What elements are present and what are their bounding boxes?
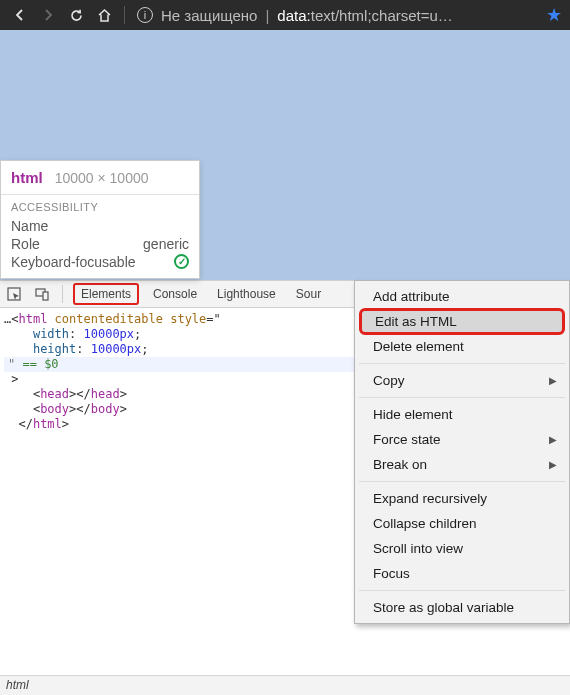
menu-store-global[interactable]: Store as global variable (357, 595, 567, 620)
address-bar[interactable]: i Не защищено | data:text/html;charset=u… (131, 7, 546, 24)
context-menu: Add attribute Edit as HTML Delete elemen… (354, 280, 570, 624)
menu-force-state[interactable]: Force state▶ (357, 427, 567, 452)
tooltip-role-label: Role (11, 236, 40, 252)
menu-hide-element[interactable]: Hide element (357, 402, 567, 427)
chevron-right-icon: ▶ (549, 459, 557, 470)
toolbar-separator (124, 6, 125, 24)
menu-edit-as-html[interactable]: Edit as HTML (359, 308, 565, 335)
reload-button[interactable] (62, 1, 90, 29)
tooltip-name-label: Name (11, 218, 48, 234)
chevron-right-icon: ▶ (549, 434, 557, 445)
menu-separator (359, 481, 565, 482)
bookmark-star-icon[interactable]: ★ (546, 4, 562, 26)
tab-console[interactable]: Console (143, 281, 207, 307)
tooltip-tagname: html (11, 169, 43, 186)
url-text: data:text/html;charset=u… (277, 7, 453, 24)
menu-separator (359, 363, 565, 364)
menu-copy[interactable]: Copy▶ (357, 368, 567, 393)
home-button[interactable] (90, 1, 118, 29)
check-icon: ✓ (174, 254, 189, 269)
forward-button[interactable] (34, 1, 62, 29)
menu-collapse-children[interactable]: Collapse children (357, 511, 567, 536)
svg-rect-2 (43, 292, 48, 300)
page-viewport[interactable]: html 10000 × 10000 ACCESSIBILITY Name Ro… (0, 30, 570, 280)
tooltip-section-title: ACCESSIBILITY (1, 201, 199, 217)
menu-expand-recursively[interactable]: Expand recursively (357, 486, 567, 511)
tooltip-kf-label: Keyboard-focusable (11, 254, 136, 270)
menu-separator (359, 590, 565, 591)
device-toggle-icon[interactable] (28, 281, 56, 307)
menu-break-on[interactable]: Break on▶ (357, 452, 567, 477)
tooltip-separator (1, 194, 199, 195)
tooltip-role-value: generic (143, 236, 189, 252)
url-separator: | (265, 7, 269, 24)
back-button[interactable] (6, 1, 34, 29)
menu-focus[interactable]: Focus (357, 561, 567, 586)
menu-delete-element[interactable]: Delete element (357, 334, 567, 359)
tab-sources[interactable]: Sour (286, 281, 331, 307)
tab-lighthouse[interactable]: Lighthouse (207, 281, 286, 307)
info-icon: i (137, 7, 153, 23)
menu-separator (359, 397, 565, 398)
security-label: Не защищено (161, 7, 257, 24)
tab-separator (62, 285, 63, 303)
chevron-right-icon: ▶ (549, 375, 557, 386)
inspect-icon[interactable] (0, 281, 28, 307)
tooltip-dimensions: 10000 × 10000 (55, 170, 149, 186)
element-inspector-tooltip: html 10000 × 10000 ACCESSIBILITY Name Ro… (0, 160, 200, 279)
browser-toolbar: i Не защищено | data:text/html;charset=u… (0, 0, 570, 30)
tab-elements[interactable]: Elements (73, 283, 139, 305)
menu-scroll-into-view[interactable]: Scroll into view (357, 536, 567, 561)
menu-add-attribute[interactable]: Add attribute (357, 284, 567, 309)
breadcrumb[interactable]: html (0, 675, 570, 695)
